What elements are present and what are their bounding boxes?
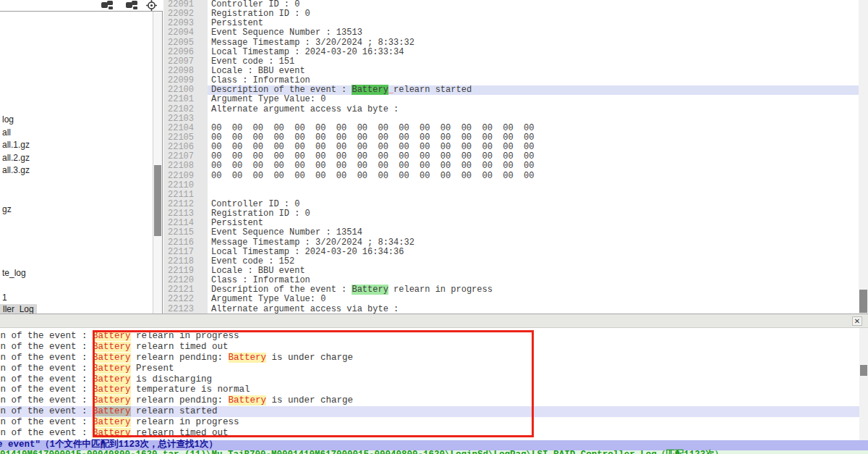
line-number: 22101 [163,95,208,104]
text-run: relearn pending: [131,353,229,363]
sidebar-item[interactable]: all.1.gz [2,140,30,151]
text-run: relearn in progress [388,285,493,295]
log-viewer-window: logallall.1.gzall.2.gzall.3.gzgzte_log1l… [0,0,868,454]
highlighted-match: Battery [93,374,131,384]
text-run: Message Timestamp : 3/20/2024 ; 8:34:32 [211,237,414,248]
sidebar-item[interactable]: ller_Log [0,304,37,314]
sidebar-item[interactable]: all.3.gz [2,165,30,176]
sidebar-item[interactable]: te_log [2,268,26,279]
documents-icon-2[interactable] [125,0,140,11]
result-row[interactable]: on of the event : Battery relearn pendin… [0,353,859,363]
editor-line: 22102Alternate argument access via byte … [163,105,859,114]
text-run: Persistent [211,18,263,28]
result-row[interactable]: on of the event : Battery relearn starte… [0,406,859,417]
line-number: 22097 [163,57,208,67]
text-run: Controller ID : 0 [211,199,299,209]
result-row[interactable]: on of the event : Battery relearn in pro… [0,417,859,428]
matched-file-path[interactable]: 01410M617000015-00040800-1620.tar (11)\M… [0,450,868,454]
text-run: Registration ID : 0 [211,9,310,19]
editor-line-text: Event code : 151 [208,57,859,67]
text-run: Present [131,363,174,374]
text-run: Locale : BBU event [211,266,305,276]
highlighted-match: Battery [93,406,131,416]
text-run: temperature is normal [131,384,250,395]
sidebar-item[interactable]: all [2,127,11,138]
text-run: Event Sequence Number : 13513 [211,28,362,38]
text-run: relearn in progress [131,417,239,427]
text-run: 00 00 00 00 00 00 00 00 00 00 00 00 00 0… [211,133,534,143]
editor-scrollbar[interactable] [859,0,868,314]
text-run: is under charge [266,353,353,363]
editor-line-text: Local Timestamp : 2024-03-20 16:34:36 [208,248,859,257]
search-results-panel: on of the event : Battery relearn in pro… [0,328,859,440]
documents-icon[interactable] [101,0,115,11]
text-run: Persistent [211,218,263,228]
line-number: 22123 [163,305,208,314]
line-number: 22110 [163,181,208,190]
text-run: Registration ID : 0 [211,209,310,219]
result-row[interactable]: on of the event : Battery Present [0,363,859,374]
editor-line: 22110 [163,181,859,190]
highlighted-match: Battery [352,85,388,95]
editor-line-text: Alternate argument access via byte : [208,305,859,314]
results-scrollbar[interactable] [859,328,868,440]
highlighted-match: Battery [93,353,131,363]
text-run: Controller ID : 0 [211,0,299,9]
result-row[interactable]: on of the event : Battery is discharging [0,374,859,385]
result-row[interactable]: on of the event : Battery relearn pendin… [0,395,859,406]
text-run: is under charge [266,395,353,405]
editor-line: 22092Registration ID : 0 [163,9,859,19]
line-number: 22109 [163,172,208,181]
result-row[interactable]: on of the event : Battery temperature is… [0,384,859,395]
results-list: on of the event : Battery relearn in pro… [0,331,859,439]
text-run: on of the event : [0,363,93,374]
highlighted-match: Battery [93,331,131,341]
highlighted-match: Battery [93,384,131,395]
file-list-scrollbar[interactable] [153,12,162,314]
text-run: relearn in progress [131,331,239,341]
text-run: Alternate argument access via byte : [211,304,399,314]
text-run: Description of the event : [211,85,352,95]
line-number: 22094 [163,28,208,38]
text-run: on of the event : [0,395,93,405]
editor-line: 22113Registration ID : 0 [163,209,859,219]
text-run: on of the event : [0,406,93,416]
search-summary-bar[interactable]: e event"（1个文件中匹配到1123次，总计查找1次） [0,440,868,450]
text-run: 00 00 00 00 00 00 00 00 00 00 00 00 00 0… [211,171,534,181]
editor-line-text: Registration ID : 0 [208,9,859,19]
editor-line-text: Event code : 152 [208,257,859,266]
results-scrollbar-thumb[interactable] [860,365,867,376]
text-run: on of the event : [0,428,93,438]
editor-line: 22123Alternate argument access via byte … [163,305,859,314]
file-list-scrollbar-thumb[interactable] [154,165,161,236]
editor-scrollbar-thumb[interactable] [859,290,867,313]
line-number: 22096 [163,48,208,57]
text-run: Message Timestamp : 3/20/2024 ; 8:33:32 [211,38,414,48]
line-number: 22103 [163,114,208,124]
close-icon[interactable]: ✕ [852,316,862,326]
highlighted-match: Battery [352,285,388,295]
result-row[interactable]: on of the event : Battery relearn in pro… [0,331,859,342]
text-run: on of the event : [0,353,93,363]
sidebar-item[interactable]: gz [2,204,12,215]
sidebar-item[interactable]: all.2.gz [2,153,30,164]
target-icon[interactable] [146,0,161,11]
sidebar-item[interactable]: log [2,114,14,125]
editor-line-text [208,190,859,200]
editor-line-text: Local Timestamp : 2024-03-20 16:33:34 [208,48,859,57]
log-editor[interactable]: 22091Controller ID : 022092Registration … [163,0,859,314]
text-run: relearn pending: [131,395,229,405]
line-number: 22095 [163,38,208,48]
result-row[interactable]: on of the event : Battery relearn timed … [0,342,859,353]
editor-lines: 22091Controller ID : 022092Registration … [163,0,859,314]
text-run: relearn started [131,406,218,416]
line-number: 22108 [163,161,208,171]
text-run: Event Sequence Number : 13514 [211,227,362,237]
text-run: Local Timestamp : 2024-03-20 16:34:36 [211,247,404,257]
text-run: on of the event : [0,342,93,352]
highlighted-match: Battery [229,395,267,405]
highlighted-match: Battery [229,353,267,363]
result-row[interactable]: on of the event : Battery relearn timed … [0,428,859,439]
sidebar-item[interactable]: 1 [2,293,7,303]
highlighted-match: Battery [93,417,131,427]
